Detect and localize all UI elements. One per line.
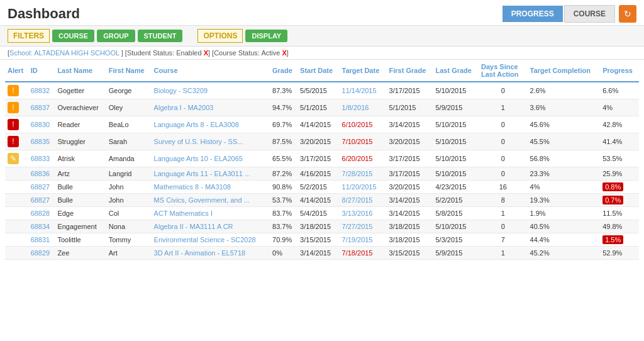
course-link[interactable]: Survey of U.S. History - SS... [154, 138, 243, 145]
id-link[interactable]: 68837 [31, 104, 50, 111]
progress-value: 25.9% [602, 170, 622, 177]
col-days-since[interactable]: Days Since Last Action [479, 60, 528, 82]
id-link[interactable]: 68827 [31, 196, 50, 204]
cell-grade: 69.7% [270, 116, 297, 133]
course-filter-button[interactable]: COURSE [52, 30, 94, 42]
cell-last-name: Artz [55, 167, 106, 181]
student-filter-button[interactable]: STUDENT [138, 30, 183, 42]
cell-last-name: Bulle [55, 194, 106, 207]
student-status-x[interactable]: X [204, 49, 208, 57]
cell-last-grade: 5/9/2015 [433, 247, 479, 260]
cell-course: Biology - SC3209 [152, 82, 270, 99]
target-date-value: 7/10/2015 [342, 138, 373, 145]
col-first-name[interactable]: First Name [106, 60, 152, 82]
course-link[interactable]: Language Arts 8 - ELA3008 [154, 121, 239, 128]
cell-grade: 94.7% [270, 99, 297, 116]
course-status-x[interactable]: X [282, 49, 286, 57]
target-date-value: 1/8/2016 [342, 104, 369, 111]
page-title: Dashboard [8, 6, 80, 22]
cell-target-completion: 23.3% [528, 167, 601, 181]
course-link[interactable]: Language Arts 11 - ELA3011 ... [154, 170, 251, 177]
course-link[interactable]: Biology - SC3209 [154, 87, 208, 94]
cell-days-since: 16 [479, 181, 528, 194]
cell-id: 68828 [28, 207, 55, 220]
course-link[interactable]: Algebra II - MA3111 A CR [154, 223, 233, 230]
col-course[interactable]: Course [152, 60, 270, 82]
cell-start-date: 5/5/2015 [297, 82, 339, 99]
col-alert: Alert [5, 60, 28, 82]
col-first-grade[interactable]: First Grade [387, 60, 433, 82]
cell-target-date: 6/10/2015 [340, 116, 387, 133]
progress-value: 0.8% [602, 182, 623, 191]
cell-last-grade: 5/10/2015 [433, 133, 479, 150]
cell-first-grade: 3/20/2015 [387, 133, 433, 150]
cell-grade: 65.5% [270, 150, 297, 167]
cell-start-date: 5/4/2015 [297, 207, 339, 220]
id-link[interactable]: 68828 [31, 210, 50, 217]
cell-last-grade: 5/10/2015 [433, 220, 479, 233]
id-link[interactable]: 68827 [31, 183, 50, 191]
cell-first-name: Langrid [106, 167, 152, 181]
id-link[interactable]: 68836 [31, 170, 50, 177]
progress-value: 53.5% [602, 155, 622, 162]
main-table-container: Alert ID Last Name First Name Course Gra… [0, 60, 644, 260]
col-last-name[interactable]: Last Name [55, 60, 106, 82]
course-link[interactable]: Mathematics 8 - MA3108 [154, 183, 231, 191]
target-date-value: 7/28/2015 [342, 170, 373, 177]
target-date-value: 3/13/2016 [342, 210, 373, 217]
cell-start-date: 3/20/2015 [297, 133, 339, 150]
course-link[interactable]: Environmental Science - SC2028 [154, 236, 256, 243]
cell-days-since: 0 [479, 116, 528, 133]
col-id[interactable]: ID [28, 60, 55, 82]
col-progress[interactable]: Progress [600, 60, 639, 82]
id-link[interactable]: 68833 [31, 155, 50, 162]
table-row: ✎ 68833 Atrisk Amanda Language Arts 10 -… [5, 150, 639, 167]
course-link[interactable]: ACT Mathematics I [154, 210, 213, 217]
table-row: ! 68837 Overachiever Oley Algebra I - MA… [5, 99, 639, 116]
col-last-grade[interactable]: Last Grade [433, 60, 479, 82]
id-link[interactable]: 68834 [31, 223, 50, 230]
course-link[interactable]: Language Arts 10 - ELA2065 [154, 155, 243, 162]
target-date-value: 11/20/2015 [342, 183, 377, 191]
id-link[interactable]: 68829 [31, 249, 50, 257]
course-link[interactable]: Algebra I - MA2003 [154, 104, 214, 111]
display-button[interactable]: DISPLAY [245, 30, 287, 42]
cell-target-date: 11/14/2015 [340, 82, 387, 99]
course-link[interactable]: 3D Art II - Animation - EL5718 [154, 249, 246, 257]
id-link[interactable]: 68830 [31, 121, 50, 128]
cell-first-grade: 3/15/2015 [387, 247, 433, 260]
cell-alert [5, 194, 28, 207]
cell-last-name: Struggler [55, 133, 106, 150]
student-status-text: Student Status: Enabled [127, 49, 202, 57]
status-bar: [School: ALTADENA HIGH SCHOOL ] [Student… [0, 47, 644, 60]
progress-tab[interactable]: PROGRESS [502, 6, 563, 22]
cell-progress: 0.7% [600, 194, 639, 207]
cell-progress: 4% [600, 99, 639, 116]
progress-value: 42.8% [602, 121, 622, 128]
cell-id: 68835 [28, 133, 55, 150]
target-date-value: 6/10/2015 [342, 121, 373, 128]
id-link[interactable]: 68831 [31, 236, 50, 243]
cell-course: ACT Mathematics I [152, 207, 270, 220]
col-start-date[interactable]: Start Date [297, 60, 339, 82]
cell-course: Language Arts 8 - ELA3008 [152, 116, 270, 133]
id-link[interactable]: 68835 [31, 138, 50, 145]
refresh-button[interactable]: ↻ [619, 5, 636, 23]
alert-note-icon: ✎ [8, 153, 19, 164]
table-row: 68827 Bulle John Mathematics 8 - MA3108 … [5, 181, 639, 194]
col-grade[interactable]: Grade [270, 60, 297, 82]
id-link[interactable]: 68832 [31, 87, 50, 94]
course-link[interactable]: MS Civics, Government, and ... [154, 196, 250, 204]
cell-last-name: Bulle [55, 181, 106, 194]
cell-first-name: Nona [106, 220, 152, 233]
group-filter-button[interactable]: GROUP [97, 30, 135, 42]
course-tab[interactable]: COURSE [564, 5, 615, 23]
col-target-completion[interactable]: Target Completion [528, 60, 601, 82]
cell-first-grade: 3/18/2015 [387, 220, 433, 233]
cell-alert [5, 207, 28, 220]
cell-progress: 0.8% [600, 181, 639, 194]
cell-days-since: 1 [479, 207, 528, 220]
col-target-date[interactable]: Target Date [340, 60, 387, 82]
cell-alert: ! [5, 133, 28, 150]
cell-alert: ! [5, 99, 28, 116]
